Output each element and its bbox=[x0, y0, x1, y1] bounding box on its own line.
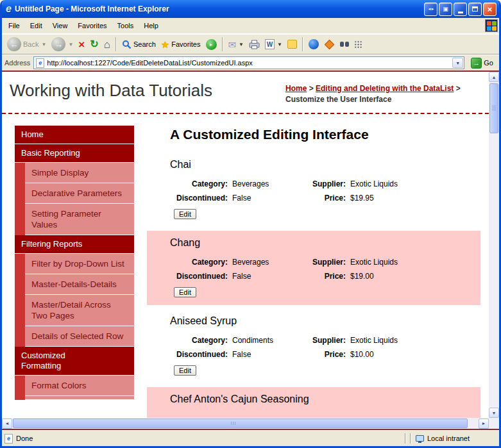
sidebar-item-master-detail-two-pages[interactable]: Master/Detail Across Two Pages bbox=[25, 295, 134, 326]
breadcrumb-current: Customize the User Interface bbox=[285, 95, 391, 104]
edit-with-word-button[interactable]: W ▼ bbox=[262, 38, 285, 51]
address-bar: Address e ▼ → Go bbox=[2, 54, 499, 71]
mail-icon: ✉ bbox=[228, 40, 237, 49]
monitor-icon: ▣ bbox=[443, 6, 448, 12]
sidebar-item-declarative-parameters[interactable]: Declarative Parameters bbox=[25, 183, 134, 204]
forward-dropdown-icon: ▼ bbox=[68, 42, 73, 47]
menu-view[interactable]: View bbox=[47, 19, 73, 32]
sidebar-item-simple-display[interactable]: Simple Display bbox=[25, 163, 134, 183]
sidebar-section-filtering-reports[interactable]: Filtering Reports bbox=[15, 235, 134, 254]
print-button[interactable] bbox=[246, 38, 262, 51]
vertical-scrollbar: ▲ ▼ bbox=[489, 72, 499, 418]
discontinued-value: False bbox=[232, 272, 304, 281]
research-button[interactable] bbox=[337, 40, 352, 48]
vertical-scroll-track[interactable] bbox=[489, 82, 499, 408]
vertical-scroll-thumb[interactable] bbox=[489, 83, 498, 133]
messenger-button[interactable] bbox=[306, 38, 321, 51]
binoculars-icon bbox=[340, 42, 344, 47]
discontinued-value: False bbox=[232, 194, 304, 203]
sidebar-section-customized-formatting[interactable]: Customized Formatting bbox=[15, 347, 134, 376]
word-icon: W bbox=[265, 39, 275, 49]
back-button[interactable]: ← Back ▼ bbox=[4, 36, 49, 53]
horizontal-scroll-track[interactable] bbox=[12, 418, 479, 429]
edit-button[interactable]: Edit bbox=[174, 209, 196, 219]
stop-icon: × bbox=[78, 39, 85, 50]
edit-button[interactable]: Edit bbox=[174, 287, 196, 297]
sidebar-item-filter-by-dropdown-list[interactable]: Filter by Drop-Down List bbox=[25, 254, 134, 274]
window-pan-button[interactable]: ◄► bbox=[424, 3, 437, 16]
web-page: Working with Data Tutorials Home > Editi… bbox=[2, 72, 489, 418]
mail-dropdown-icon: ▼ bbox=[239, 42, 244, 47]
menu-favorites[interactable]: Favorites bbox=[72, 19, 112, 32]
search-icon bbox=[122, 40, 132, 49]
sidebar-item-format-colors[interactable]: Format Colors bbox=[25, 376, 134, 396]
search-button[interactable]: Search bbox=[119, 38, 158, 51]
product-fields: Category: Beverages Supplier: Exotic Liq… bbox=[170, 179, 470, 203]
product-item-chai: Chai Category: Beverages Supplier: Exoti… bbox=[147, 153, 480, 227]
forward-icon: → bbox=[51, 37, 65, 51]
edit-button[interactable]: Edit bbox=[174, 365, 196, 376]
favorites-star-icon: ★ bbox=[161, 40, 169, 49]
breadcrumb-section-link[interactable]: Editing and Deleting with the DataList bbox=[316, 84, 454, 93]
diamond-icon bbox=[325, 39, 335, 49]
address-dropdown-button[interactable]: ▼ bbox=[452, 58, 463, 68]
back-dropdown-icon: ▼ bbox=[41, 42, 46, 47]
media-button[interactable]: ▸ bbox=[203, 38, 219, 51]
addon-button-2[interactable] bbox=[352, 39, 365, 50]
favorites-button[interactable]: ★ Favorites bbox=[158, 38, 203, 51]
scroll-left-button[interactable]: ◄ bbox=[2, 419, 12, 429]
maximize-button[interactable] bbox=[468, 3, 482, 16]
sidebar-nav: Home Basic Reporting Simple Display Decl… bbox=[15, 126, 134, 400]
go-button[interactable]: → Go bbox=[468, 57, 497, 69]
sidebar-item-master-details-details[interactable]: Master-Details-Details bbox=[25, 274, 134, 295]
sidebar-section-basic-reporting[interactable]: Basic Reporting bbox=[15, 144, 134, 163]
sidebar-item-setting-parameter-values[interactable]: Setting Parameter Values bbox=[25, 204, 134, 235]
edit-dropdown-icon: ▼ bbox=[277, 42, 282, 47]
horizontal-scroll-thumb[interactable] bbox=[13, 419, 468, 428]
supplier-value: Exotic Liquids bbox=[350, 179, 470, 188]
category-value: Beverages bbox=[232, 179, 304, 188]
scroll-down-button[interactable]: ▼ bbox=[489, 408, 499, 418]
home-button[interactable]: ⌂ bbox=[101, 38, 113, 51]
product-item-chang: Chang Category: Beverages Supplier: Exot… bbox=[147, 231, 480, 305]
menu-file[interactable]: File bbox=[3, 19, 25, 32]
product-item-chef-antons: Chef Anton's Cajun Seasoning bbox=[147, 387, 480, 418]
menu-tools[interactable]: Tools bbox=[112, 19, 139, 32]
menu-help[interactable]: Help bbox=[139, 19, 164, 32]
minimize-icon bbox=[458, 12, 463, 13]
addon-button-1[interactable] bbox=[321, 40, 337, 49]
close-button[interactable]: × bbox=[483, 3, 497, 16]
browser-viewport: Working with Data Tutorials Home > Editi… bbox=[2, 72, 499, 418]
sidebar-item-home[interactable]: Home bbox=[15, 126, 134, 144]
toolbar-separator bbox=[222, 37, 223, 51]
arrows-icon: ◄► bbox=[428, 7, 434, 11]
scroll-right-button[interactable]: ► bbox=[479, 419, 489, 429]
product-name: Aniseed Syrup bbox=[170, 315, 470, 327]
home-icon: ⌂ bbox=[104, 39, 110, 50]
menu-edit[interactable]: Edit bbox=[25, 19, 47, 32]
breadcrumb-home-link[interactable]: Home bbox=[285, 84, 307, 93]
stop-button[interactable]: × bbox=[76, 38, 87, 51]
horizontal-scrollbar: ◄ ► bbox=[2, 418, 499, 429]
mail-button[interactable]: ✉ ▼ bbox=[226, 38, 247, 51]
intranet-zone-icon bbox=[416, 435, 424, 442]
close-icon: × bbox=[488, 4, 493, 14]
forward-button[interactable]: → ▼ bbox=[49, 36, 76, 53]
sidebar-item-details-of-selected-row[interactable]: Details of Selected Row bbox=[25, 326, 134, 347]
status-left: e Done bbox=[4, 434, 403, 444]
status-bar: e Done Local intranet bbox=[2, 430, 499, 446]
address-field: e ▼ bbox=[33, 56, 464, 69]
media-icon: ▸ bbox=[206, 39, 217, 50]
print-icon bbox=[249, 40, 260, 49]
zone-label: Local intranet bbox=[427, 435, 470, 442]
discuss-button[interactable] bbox=[285, 38, 300, 50]
back-icon: ← bbox=[7, 37, 21, 51]
ie-window: e Untitled Page - Microsoft Internet Exp… bbox=[0, 0, 501, 448]
refresh-button[interactable]: ↻ bbox=[87, 38, 101, 51]
address-input[interactable] bbox=[47, 59, 450, 67]
window-monitor-button[interactable]: ▣ bbox=[439, 3, 452, 16]
scroll-up-button[interactable]: ▲ bbox=[489, 72, 499, 82]
sidebar-item-partial[interactable] bbox=[25, 396, 134, 400]
minimize-button[interactable] bbox=[454, 3, 467, 16]
messenger-icon bbox=[309, 39, 319, 49]
